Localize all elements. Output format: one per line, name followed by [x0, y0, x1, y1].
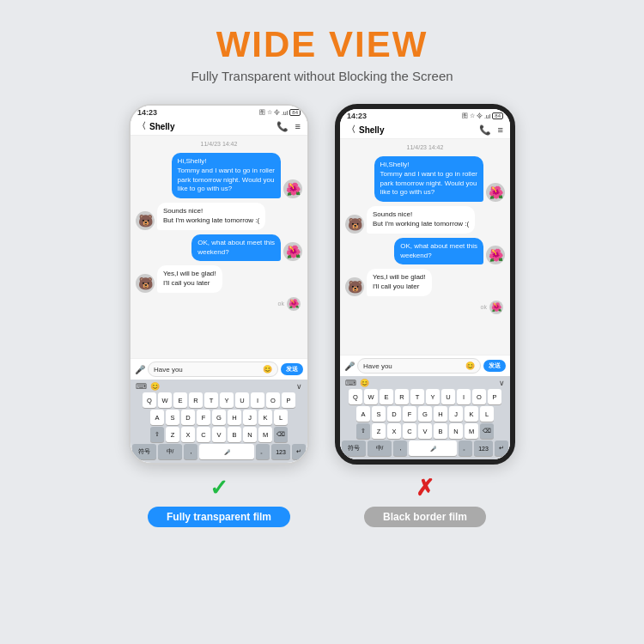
right-send-btn[interactable]: 发送 [483, 360, 506, 372]
right-input-row: 🎤 Have you 😊 发送 [344, 358, 506, 374]
key-h[interactable]: H [228, 410, 241, 425]
rkey-q[interactable]: Q [349, 389, 362, 404]
left-phone-outer: 14:23 图 ☆ 令 .ul 84 〈 Shelly [129, 104, 309, 465]
key-z[interactable]: Z [166, 427, 179, 442]
right-input-text: Have you [363, 362, 465, 370]
rkey-s[interactable]: S [372, 406, 386, 422]
key-t[interactable]: T [204, 392, 218, 408]
rkey-z[interactable]: Z [372, 423, 386, 439]
right-phone-frame: 14:23 图 ☆ 令 .ul 84 〈 Shelly [335, 104, 515, 465]
rkey-i[interactable]: I [457, 389, 471, 404]
key-g[interactable]: G [212, 410, 226, 425]
rkey-a[interactable]: A [356, 406, 370, 422]
key-123[interactable]: 123 [271, 444, 290, 459]
key-space[interactable]: 🎤 [199, 444, 254, 459]
left-keyboard-tools: ⌨ 😊 ∨ [132, 382, 306, 392]
left-bubble-3: OK, what about meet thisweekend? [191, 234, 281, 262]
rkey-f[interactable]: F [403, 406, 416, 422]
right-input-box[interactable]: Have you 😊 [357, 358, 481, 374]
key-comma[interactable]: ， [184, 444, 197, 459]
right-keyboard: ⌨ 😊 ∨ QWERTYUIOP ASDFGHJKL ⇧ [340, 376, 510, 459]
right-msg-3: OK, what about meet thisweekend? 🌺 [345, 238, 505, 265]
right-input-area: 🎤 Have you 😊 发送 [340, 355, 510, 376]
rkey-n[interactable]: N [449, 423, 463, 439]
right-kb-icon2: 😊 [360, 379, 369, 387]
key-c[interactable]: C [197, 427, 210, 442]
key-o[interactable]: O [266, 392, 280, 408]
key-l[interactable]: L [274, 410, 288, 425]
key-b[interactable]: B [228, 427, 241, 442]
key-x[interactable]: X [181, 427, 195, 442]
key-y[interactable]: Y [220, 392, 234, 408]
key-a[interactable]: A [150, 410, 164, 425]
key-j[interactable]: J [243, 410, 257, 425]
rkey-b[interactable]: B [434, 423, 447, 439]
key-m[interactable]: M [258, 427, 272, 442]
right-phone-badge: Black border film [364, 507, 486, 527]
rkey-zhongwen[interactable]: 中/ [368, 440, 392, 456]
key-fuhhao[interactable]: 符号 [132, 444, 156, 459]
rkey-dot[interactable]: 。 [459, 440, 472, 456]
rkey-u[interactable]: U [441, 389, 455, 404]
rkey-enter[interactable]: ↵ [495, 440, 508, 456]
rkey-v[interactable]: V [418, 423, 432, 439]
rkey-j[interactable]: J [449, 406, 463, 422]
rkey-m[interactable]: M [465, 423, 478, 439]
key-zhongwen[interactable]: 中/ [158, 444, 182, 459]
rkey-c[interactable]: C [403, 423, 416, 439]
right-phone-label: ✗ Black border film [335, 475, 515, 527]
right-mic-icon: 🎤 [344, 361, 355, 371]
key-p[interactable]: P [282, 392, 295, 408]
key-d[interactable]: D [181, 410, 195, 425]
rkey-d[interactable]: D [387, 406, 401, 422]
right-avatar-3: 🌺 [486, 246, 505, 264]
left-avatar-3: 🌺 [283, 242, 302, 261]
rkey-g[interactable]: G [418, 406, 432, 422]
key-e[interactable]: E [173, 392, 187, 408]
key-backspace[interactable]: ⌫ [274, 427, 288, 442]
left-send-btn[interactable]: 发送 [281, 363, 303, 375]
key-w[interactable]: W [158, 392, 172, 408]
rkey-backspace[interactable]: ⌫ [480, 423, 494, 439]
rkey-t[interactable]: T [410, 389, 424, 404]
key-dot[interactable]: 。 [256, 444, 270, 459]
right-phone-screen: 14:23 图 ☆ 令 .ul 84 〈 Shelly [340, 109, 510, 459]
rkey-comma[interactable]: ， [393, 440, 407, 456]
key-q[interactable]: Q [143, 392, 156, 408]
right-msg-2: 🐻 Sounds nice!But I'm working late tomor… [345, 206, 505, 234]
key-n[interactable]: N [243, 427, 257, 442]
right-bubble-1: Hi,Shelly!Tommy and I want to go in roll… [374, 156, 483, 202]
key-shift[interactable]: ⇧ [150, 427, 164, 442]
key-enter[interactable]: ↵ [292, 444, 306, 459]
key-k[interactable]: K [258, 410, 272, 425]
rkey-r[interactable]: R [395, 389, 409, 404]
right-time: 14:23 [347, 112, 367, 120]
right-kb-icon3: ∨ [499, 379, 505, 387]
rkey-h[interactable]: H [434, 406, 447, 422]
key-f[interactable]: F [197, 410, 210, 425]
key-i[interactable]: I [251, 392, 264, 408]
rkey-w[interactable]: W [364, 389, 378, 404]
left-mic-icon: 🎤 [135, 365, 145, 374]
left-ok-row: ok 🌺 [136, 297, 302, 311]
key-r[interactable]: R [189, 392, 203, 408]
rkey-y[interactable]: Y [426, 389, 440, 404]
rkey-x[interactable]: X [387, 423, 401, 439]
key-s[interactable]: S [166, 410, 179, 425]
rkey-l[interactable]: L [480, 406, 494, 422]
right-kb-icon1: ⌨ [345, 379, 356, 387]
key-v[interactable]: V [212, 427, 226, 442]
left-input-box[interactable]: Have you 😊 [148, 361, 278, 377]
left-date-label: 11/4/23 14:42 [136, 141, 302, 147]
rkey-fuhhao[interactable]: 符号 [342, 440, 366, 456]
rkey-o[interactable]: O [472, 389, 486, 404]
cross-icon: ✗ [416, 475, 434, 501]
rkey-k[interactable]: K [465, 406, 478, 422]
rkey-p[interactable]: P [488, 389, 501, 404]
rkey-123[interactable]: 123 [474, 440, 493, 456]
rkey-shift[interactable]: ⇧ [356, 423, 370, 439]
left-menu-icon: ≡ [295, 121, 301, 132]
rkey-space[interactable]: 🎤 [409, 440, 457, 456]
key-u[interactable]: U [235, 392, 249, 408]
rkey-e[interactable]: E [380, 389, 393, 404]
